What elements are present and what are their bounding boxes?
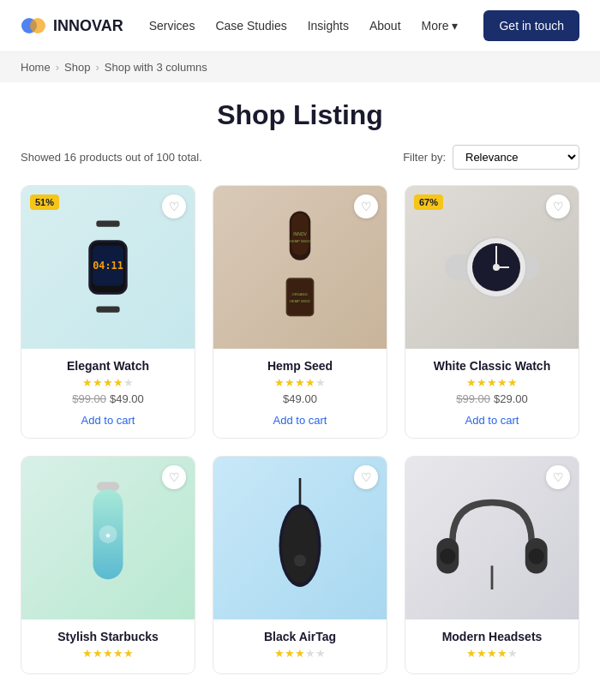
star-1: ★ <box>274 376 285 389</box>
product-card: 04:11 51% ♡ Elegant Watch ★★★★★ $99.00$4… <box>21 185 195 439</box>
price-original: $99.00 <box>456 392 490 405</box>
product-info: Modern Headsets ★★★★★ <box>405 619 579 673</box>
price-current: $49.00 <box>110 392 144 405</box>
star-4: ★ <box>497 376 507 389</box>
breadcrumb-shop[interactable]: Shop <box>64 61 90 74</box>
product-image-wrap: ♡ <box>405 457 579 619</box>
nav-item-services[interactable]: Services <box>149 19 195 33</box>
star-5: ★ <box>507 376 518 389</box>
star-5: ★ <box>315 647 326 660</box>
wishlist-button[interactable]: ♡ <box>162 465 186 489</box>
breadcrumb-home[interactable]: Home <box>21 61 51 74</box>
product-stars: ★★★★★ <box>33 647 183 660</box>
product-name: Stylish Starbucks <box>33 630 183 643</box>
product-stars: ★★★★★ <box>225 647 375 660</box>
star-3: ★ <box>487 376 497 389</box>
svg-rect-13 <box>287 279 312 315</box>
logo-text: INNOVAR <box>53 17 123 35</box>
price-current: $29.00 <box>494 392 528 405</box>
product-name: Modern Headsets <box>417 630 567 643</box>
nav-item-about[interactable]: About <box>369 19 401 33</box>
chevron-down-icon: ▾ <box>452 19 458 33</box>
star-2: ★ <box>285 376 295 389</box>
breadcrumb: Home › Shop › Shop with 3 columns <box>0 52 600 82</box>
star-5: ★ <box>315 376 326 389</box>
svg-point-1 <box>30 18 45 33</box>
wishlist-button[interactable]: ♡ <box>162 194 186 218</box>
price-current: $49.00 <box>283 392 317 405</box>
svg-point-28 <box>282 508 318 583</box>
svg-point-29 <box>294 554 306 566</box>
star-3: ★ <box>295 647 305 660</box>
main-content: Shop Listing Showed 16 products out of 1… <box>0 82 600 691</box>
product-image-wrap: ♡ <box>213 457 387 619</box>
svg-rect-7 <box>96 306 119 312</box>
product-card: 67% ♡ White Classic Watch ★★★★★ $99.00$2… <box>405 185 579 439</box>
breadcrumb-current: Shop with 3 columns <box>105 61 207 74</box>
breadcrumb-sep-2: › <box>95 61 99 74</box>
product-stars: ★★★★★ <box>417 376 567 389</box>
product-name: Hemp Seed <box>225 359 375 373</box>
nav-item-more[interactable]: More ▾ <box>422 19 459 33</box>
star-5: ★ <box>507 647 518 660</box>
product-stars: ★★★★★ <box>417 647 567 660</box>
wishlist-button[interactable]: ♡ <box>546 194 570 218</box>
add-to-cart-button[interactable]: Add to cart <box>273 414 327 427</box>
star-3: ★ <box>487 647 497 660</box>
product-name: Elegant Watch <box>33 359 183 373</box>
star-2: ★ <box>285 647 295 660</box>
product-info: Elegant Watch ★★★★★ $99.00$49.00 Add to … <box>21 349 195 438</box>
wishlist-button[interactable]: ♡ <box>354 465 378 489</box>
toolbar: Showed 16 products out of 100 total. Fil… <box>21 145 579 170</box>
product-card: ♡ Modern Headsets ★★★★★ <box>405 456 579 674</box>
price-row: $99.00$29.00 <box>417 392 567 405</box>
get-in-touch-button[interactable]: Get in touch <box>483 10 579 41</box>
product-info: White Classic Watch ★★★★★ $99.00$29.00 A… <box>405 349 579 438</box>
star-3: ★ <box>103 647 113 660</box>
product-stars: ★★★★★ <box>225 376 375 389</box>
discount-badge: 51% <box>30 194 59 210</box>
svg-point-33 <box>528 548 543 564</box>
product-stars: ★★★★★ <box>33 376 183 389</box>
product-card: INNOV HEMP SEED ORGANIC HEMP SEED ♡ Hemp… <box>213 185 387 439</box>
star-1: ★ <box>274 647 285 660</box>
star-2: ★ <box>93 376 103 389</box>
star-2: ★ <box>477 376 487 389</box>
products-count: Showed 16 products out of 100 total. <box>21 151 202 164</box>
product-info: Stylish Starbucks ★★★★★ <box>21 619 195 673</box>
nav-more-label: More <box>422 19 449 33</box>
product-info: Black AirTag ★★★★★ <box>213 619 387 673</box>
product-image-wrap: INNOV HEMP SEED ORGANIC HEMP SEED ♡ <box>213 186 387 349</box>
product-card: ★ ♡ Stylish Starbucks ★★★★★ <box>21 456 195 674</box>
svg-point-32 <box>440 548 455 564</box>
star-2: ★ <box>477 647 487 660</box>
logo[interactable]: INNOVAR <box>21 13 123 39</box>
star-1: ★ <box>82 376 93 389</box>
star-4: ★ <box>113 647 123 660</box>
svg-text:ORGANIC: ORGANIC <box>291 292 308 296</box>
filter-select[interactable]: Relevance Price: Low to High Price: High… <box>453 145 579 170</box>
page-title: Shop Listing <box>21 99 579 131</box>
svg-text:HEMP SEED: HEMP SEED <box>290 299 310 303</box>
price-row: $49.00 <box>225 392 375 405</box>
product-name: White Classic Watch <box>417 359 567 373</box>
product-image-wrap: ★ ♡ <box>21 457 195 619</box>
svg-text:HEMP SEED: HEMP SEED <box>290 239 310 243</box>
star-5: ★ <box>123 647 134 660</box>
filter-label: Filter by: <box>403 151 446 164</box>
wishlist-button[interactable]: ♡ <box>354 194 378 218</box>
nav-item-case-studies[interactable]: Case Studies <box>215 19 286 33</box>
price-row: $99.00$49.00 <box>33 392 183 405</box>
star-3: ★ <box>295 376 305 389</box>
star-1: ★ <box>466 647 477 660</box>
svg-text:INNOV: INNOV <box>293 232 307 236</box>
star-3: ★ <box>103 376 113 389</box>
add-to-cart-button[interactable]: Add to cart <box>81 414 135 427</box>
wishlist-button[interactable]: ♡ <box>546 465 570 489</box>
filter-row: Filter by: Relevance Price: Low to High … <box>403 145 579 170</box>
add-to-cart-button[interactable]: Add to cart <box>465 414 519 427</box>
breadcrumb-sep-1: › <box>56 61 59 74</box>
star-4: ★ <box>305 647 315 660</box>
product-image-wrap: 67% ♡ <box>405 186 579 349</box>
nav-item-insights[interactable]: Insights <box>308 19 349 33</box>
